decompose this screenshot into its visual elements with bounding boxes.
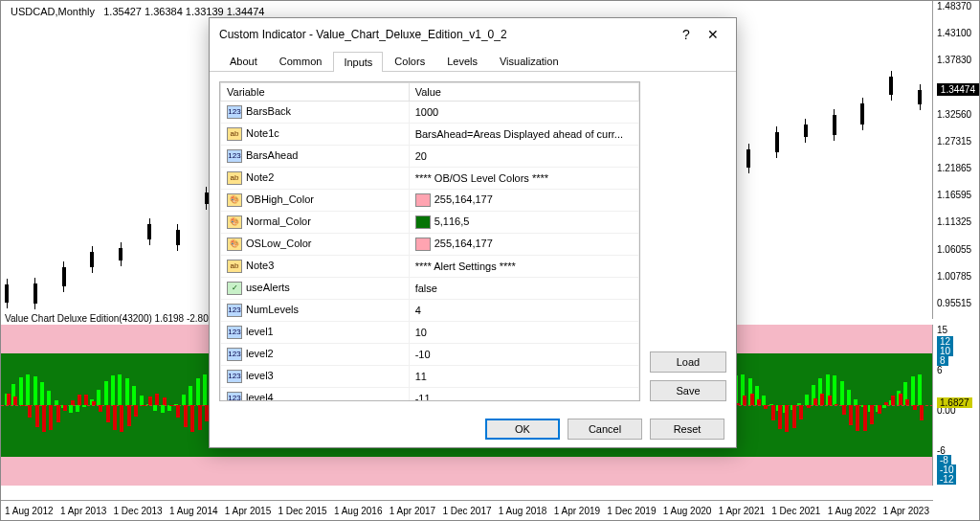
indicator-bar [42,405,46,432]
price-tick: 1.32560 [937,109,971,120]
input-row[interactable]: abNote3**** Alert Settings **** [221,256,639,278]
reset-button[interactable]: Reset [650,419,724,440]
indicator-bar [847,390,851,405]
save-button[interactable]: Save [650,380,726,401]
variable-value[interactable]: 11 [409,366,638,388]
variable-value[interactable]: 255,164,177 [409,234,638,256]
type-icon: 123 [227,326,242,339]
indicator-scale[interactable]: 151210860.00-6-8-10-121.6827 [932,325,979,486]
variable-name: OSLow_Color [246,238,311,249]
indicator-bar [71,400,75,405]
input-row[interactable]: 123BarsAhead20 [221,146,639,168]
input-row[interactable]: 123level110 [221,322,639,344]
input-row[interactable]: 🎨OBHigh_Color255,164,177 [221,190,639,212]
input-row[interactable]: 🎨OSLow_Color255,164,177 [221,234,639,256]
indicator-bar [111,375,115,405]
candle [176,230,180,245]
variable-name: OBHigh_Color [246,193,314,205]
tab-visualization[interactable]: Visualization [489,51,569,71]
price-current-label: 1.34474 [937,83,979,96]
type-icon: ✓ [227,282,242,295]
input-row[interactable]: 123BarsBack1000 [221,102,639,124]
column-variable[interactable]: Variable [221,83,410,102]
price-scale[interactable]: 1.483701.431001.378301.344741.325601.273… [932,1,979,319]
help-button[interactable]: ? [673,24,700,45]
indicator-bar [840,381,844,405]
cancel-button[interactable]: Cancel [568,419,642,440]
time-tick: 1 Apr 2013 [60,506,106,516]
variable-name: NumLevels [246,304,299,315]
variable-value[interactable]: 4 [409,300,638,322]
indicator-bar [7,394,11,405]
close-button[interactable]: ✕ [700,24,726,45]
indicator-bar [778,405,782,429]
indicator-bar [148,396,152,405]
ok-button[interactable]: OK [485,419,560,440]
variable-name: level2 [246,348,274,359]
variable-value[interactable]: -10 [409,344,638,366]
variable-value[interactable]: 5,116,5 [409,212,638,234]
candle [804,125,808,138]
dialog-titlebar[interactable]: Custom Indicator - Value_Chart_Deluxe_Ed… [210,18,736,51]
color-swatch [415,238,431,251]
column-value[interactable]: Value [409,83,638,102]
indicator-bar [189,386,192,405]
indicator-bar [882,405,886,408]
indicator-bar [743,396,746,405]
tab-colors[interactable]: Colors [384,51,435,71]
variable-value[interactable]: false [409,278,638,300]
variable-name: Note2 [246,171,274,183]
indicator-bar [78,395,81,405]
indicator-bar [140,396,144,405]
price-tick: 0.95515 [937,298,971,308]
indicator-bar [863,405,867,431]
tab-common[interactable]: Common [269,51,333,71]
tab-about[interactable]: About [219,51,268,71]
inputs-grid[interactable]: Variable Value 123BarsBack1000abNote1cBa… [219,81,640,401]
time-axis[interactable]: 1 Aug 20121 Apr 20131 Dec 20131 Aug 2014… [1,500,933,520]
indicator-bar [891,396,895,405]
indicator-bar [792,405,796,428]
tab-inputs[interactable]: Inputs [333,52,383,72]
indicator-bar [198,405,202,430]
input-row[interactable]: 123level2-10 [221,344,639,366]
variable-value[interactable]: 10 [409,322,638,344]
input-row[interactable]: 123level311 [221,366,639,388]
variable-value[interactable]: BarsAhead=Areas Displayed ahead of curr.… [409,124,638,146]
indicator-bar [99,405,102,412]
input-row[interactable]: abNote2**** OB/OS Level Colors **** [221,168,639,190]
time-tick: 1 Apr 2023 [883,506,929,516]
variable-value[interactable]: -11 [409,388,638,402]
side-buttons: Load Save [650,81,726,401]
time-tick: 1 Dec 2015 [278,506,326,516]
os-band-2 [1,457,933,464]
indicator-bar [113,405,117,430]
indicator-bar [40,382,44,405]
variable-value[interactable]: 1000 [409,102,638,124]
input-row[interactable]: abNote1cBarsAhead=Areas Displayed ahead … [221,124,639,146]
variable-value[interactable]: **** OB/OS Level Colors **** [409,168,638,190]
indicator-bar [84,395,88,405]
variable-name: BarsAhead [246,149,298,161]
variable-name: Note1c [246,127,279,139]
indicator-bar [132,386,136,405]
tab-levels[interactable]: Levels [436,51,488,71]
indicator-bar [82,405,86,407]
price-tick: 1.37830 [937,55,971,65]
input-row[interactable]: 123NumLevels4 [221,300,639,322]
time-tick: 1 Aug 2018 [499,506,547,516]
indicator-bar [125,378,129,405]
indicator-bar [97,390,100,405]
color-swatch [415,215,431,229]
variable-value[interactable]: 20 [409,146,638,168]
input-row[interactable]: 🎨Normal_Color5,116,5 [221,212,639,234]
load-button[interactable]: Load [650,351,726,373]
type-icon: 🎨 [227,215,242,229]
variable-value[interactable]: 255,164,177 [409,190,638,212]
input-row[interactable]: ✓useAlertsfalse [221,278,639,300]
input-row[interactable]: 123level4-11 [221,388,639,402]
candle [5,284,9,303]
variable-value[interactable]: **** Alert Settings **** [409,256,638,278]
candle [746,149,750,168]
indicator-bar [118,374,122,405]
